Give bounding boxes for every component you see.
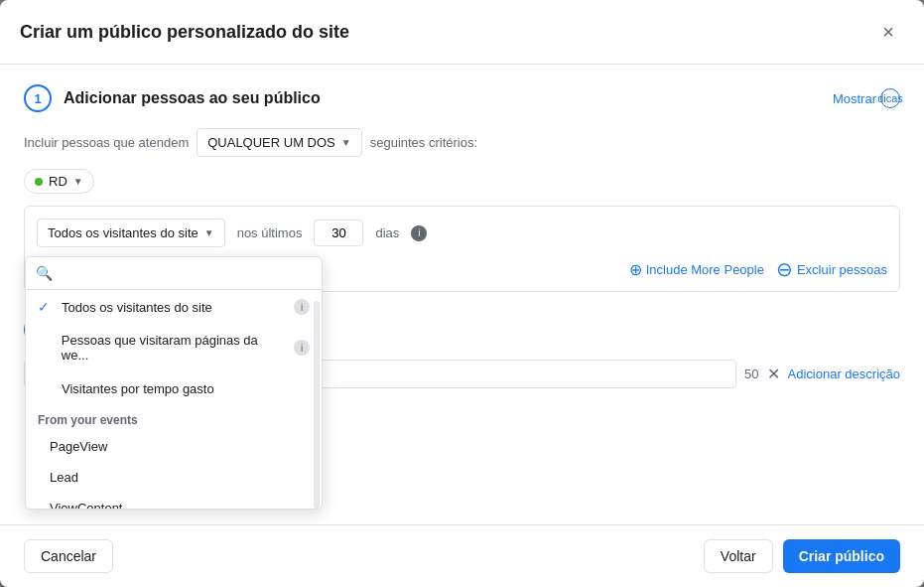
include-more-label: Include More People [646,262,764,277]
step1-circle: 1 [24,84,52,112]
visitor-dropdown-chevron-icon: ▼ [204,227,214,238]
dropdown-item-label: Pessoas que visitaram páginas da we... [62,333,286,363]
dropdown-event-pageview[interactable]: PageView [26,431,322,462]
event-label: ViewContent [50,501,122,509]
mostrar-link[interactable]: Mostrar [833,91,876,106]
exclude-label: Excluir pessoas [797,262,887,277]
days-label: nos últimos [237,225,303,240]
dropdown-item-label: Todos os visitantes do site [62,300,212,315]
criteria-row: Incluir pessoas que atendem QUALQUER UM … [24,128,900,157]
dropdown-item-label: Visitantes por tempo gasto [62,381,214,396]
modal-body: 1 Adicionar pessoas ao seu público Mostr… [0,65,924,524]
step1-section: 1 Adicionar pessoas ao seu público Mostr… [24,84,900,292]
event-label: PageView [50,439,107,454]
criteria-suffix: seguintes critérios: [370,135,477,150]
dropdown-list: ✓ Todos os visitantes do site i ✓ Pessoa… [26,290,322,509]
char-count: 50 [744,367,758,381]
clear-description-button[interactable]: ✕ [767,365,780,383]
visitor-selector-row: Todos os visitantes do site ▼ nos último… [37,219,887,247]
modal-footer: Cancelar Voltar Criar público [0,524,924,587]
days-input[interactable] [314,220,363,246]
include-more-link[interactable]: ⊕ Include More People [629,260,764,279]
step1-header: 1 Adicionar pessoas ao seu público Mostr… [24,84,900,112]
criteria-select-label: QUALQUER UM DOS [207,135,335,150]
criteria-select-dropdown[interactable]: QUALQUER UM DOS ▼ [197,128,361,157]
rd-dot-icon [35,178,43,186]
close-button[interactable]: × [872,16,904,48]
modal-title: Criar um público personalizado do site [20,22,349,43]
days-suffix: dias [375,225,399,240]
visitor-dropdown-label: Todos os visitantes do site [48,225,198,240]
modal-overlay: Criar um público personalizado do site ×… [0,0,924,587]
exclude-link[interactable]: ⊖ Excluir pessoas [776,259,887,279]
search-icon: 🔍 [36,265,53,281]
plus-icon: ⊕ [629,260,642,279]
days-info-icon[interactable]: i [411,225,427,241]
dicas-icon[interactable]: dicas [880,88,900,108]
visitor-dropdown-popup: 🔍 ✓ Todos os visitantes do site i [25,256,323,510]
dropdown-item-all-visitors[interactable]: ✓ Todos os visitantes do site i [26,290,322,324]
modal: Criar um público personalizado do site ×… [0,0,924,587]
check-icon: ✓ [38,299,54,315]
rd-chevron-icon: ▼ [73,176,83,187]
dropdown-event-lead[interactable]: Lead [26,462,322,493]
dicas-label: dicas [877,92,903,104]
back-button[interactable]: Voltar [704,539,773,573]
cancel-button[interactable]: Cancelar [24,539,113,573]
footer-right: Voltar Criar público [704,539,900,573]
visitor-dropdown-button[interactable]: Todos os visitantes do site ▼ [37,219,225,247]
add-description-link[interactable]: Adicionar descrição [788,367,900,381]
step1-actions: Mostrar dicas [833,88,900,108]
scrollbar [314,301,320,509]
item-info-icon[interactable]: i [294,340,310,356]
dropdown-group-label: From your events [26,405,322,431]
event-label: Lead [50,470,78,485]
create-button[interactable]: Criar público [783,539,900,573]
dropdown-search-input[interactable] [59,266,312,281]
rd-label: RD [49,174,67,189]
criteria-chevron-icon: ▼ [341,137,351,148]
rd-tag[interactable]: RD ▼ [24,169,94,194]
modal-header: Criar um público personalizado do site × [0,0,924,65]
step1-title: Adicionar pessoas ao seu público [64,89,321,107]
dropdown-item-time-visitors[interactable]: ✓ Visitantes por tempo gasto [26,371,322,405]
dropdown-search-box: 🔍 [26,257,322,290]
criteria-prefix: Incluir pessoas que atendem [24,135,189,150]
dropdown-area: Todos os visitantes do site ▼ nos último… [24,206,900,292]
dropdown-event-viewcontent[interactable]: ViewContent [26,493,322,509]
minus-icon: ⊖ [776,259,793,279]
item-info-icon[interactable]: i [294,299,310,315]
dropdown-item-page-visitors[interactable]: ✓ Pessoas que visitaram páginas da we...… [26,324,322,371]
